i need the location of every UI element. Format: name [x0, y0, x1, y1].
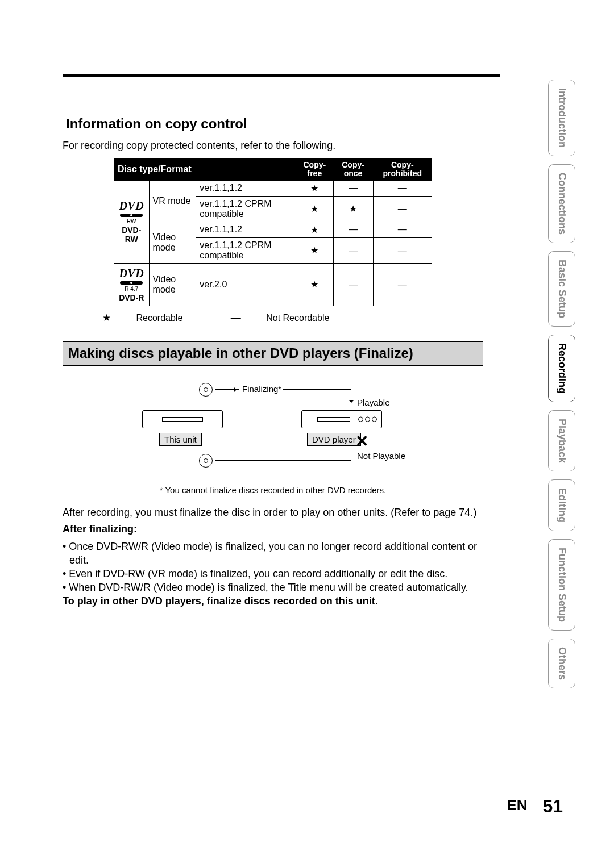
list-item: Once DVD-RW/R (Video mode) is finalized,… [63, 540, 483, 567]
line-icon [351, 434, 351, 460]
cell-once: — [333, 263, 373, 306]
th-copy-free: Copy-free [296, 159, 333, 181]
version-cell: ver.1.1,1.2 CPRM compatible [196, 196, 296, 222]
cell-free: ★ [296, 263, 333, 306]
legend-star-icon: ★ [102, 312, 111, 323]
sidebar: Introduction Connections Basic Setup Rec… [548, 80, 575, 696]
line-icon [283, 389, 351, 390]
cell-proh: — [373, 263, 432, 306]
after-finalizing-list: Once DVD-RW/R (Video mode) is finalized,… [63, 540, 483, 595]
sidebar-label: Editing [556, 488, 568, 523]
sidebar-label: Connections [556, 173, 568, 235]
page: Introduction Connections Basic Setup Rec… [0, 0, 614, 868]
sidebar-label: Others [556, 647, 568, 680]
label-dvd-player: DVD player [307, 433, 361, 446]
legend-recordable: Recordable [136, 313, 182, 323]
this-unit-device-icon [142, 410, 223, 428]
dvd-logo-sub: RW [127, 218, 136, 224]
footer-page-number: 51 [542, 796, 563, 816]
x-icon: ✕ [355, 432, 368, 450]
arrow-icon [215, 389, 239, 390]
th-disc: Disc type/Format [114, 159, 296, 181]
sidebar-tab-connections[interactable]: Connections [548, 164, 575, 243]
footer-lang: EN [507, 796, 527, 813]
line-icon [215, 460, 351, 461]
disc-logo-dvdrw: DVD RW DVD-RW [114, 180, 150, 263]
sidebar-label: Recording [556, 343, 568, 394]
cell-once: — [333, 237, 373, 263]
label-finalizing: Finalizing* [242, 384, 281, 394]
mode-cell: VR mode [149, 180, 196, 222]
mode-cell: Video mode [149, 263, 196, 306]
th-copy-once: Copy-once [333, 159, 373, 181]
label-this-unit: This unit [159, 433, 202, 446]
sidebar-label: Introduction [556, 88, 568, 148]
disc-icon [199, 383, 213, 397]
sidebar-label: Playback [556, 419, 568, 463]
legend-not-recordable: Not Recordable [266, 313, 329, 323]
version-cell: ver.1.1,1.2 CPRM compatible [196, 237, 296, 263]
sidebar-tab-editing[interactable]: Editing [548, 479, 575, 531]
section1-intro: For recording copy protected contents, r… [63, 140, 483, 152]
label-not-playable: Not Playable [357, 451, 405, 461]
dvd-logo-text: DVD [119, 267, 144, 280]
sidebar-label: Basic Setup [556, 260, 568, 318]
mode-cell: Video mode [149, 222, 196, 263]
version-cell: ver.2.0 [196, 263, 296, 306]
dvd-logo-bar-icon [120, 281, 143, 285]
disc-logo-dvdr: DVD R 4.7 DVD-R [114, 263, 150, 306]
page-footer: EN 51 [507, 796, 563, 817]
legend-dash-icon: — [231, 312, 241, 323]
cell-once: — [333, 180, 373, 196]
th-copy-prohibited: Copy-prohibited [373, 159, 432, 181]
section2-para1: After recording, you must finalize the d… [63, 506, 483, 519]
version-cell: ver.1.1,1.2 [196, 180, 296, 196]
diagram-footnote: * You cannot finalize discs recorded in … [63, 485, 483, 495]
bold-note: To play in other DVD players, finalize d… [63, 595, 483, 608]
dvd-logo-name: DVD-R [119, 293, 144, 302]
sidebar-tab-basic-setup[interactable]: Basic Setup [548, 251, 575, 327]
cell-free: ★ [296, 237, 333, 263]
content: Information on copy control For recordin… [63, 68, 483, 608]
version-cell: ver.1.1,1.2 [196, 222, 296, 237]
dvd-logo-text: DVD [119, 199, 144, 212]
table-legend: ★ Recordable — Not Recordable [102, 312, 483, 324]
cell-proh: — [373, 237, 432, 263]
cell-free: ★ [296, 196, 333, 222]
sidebar-label: Function Setup [556, 548, 568, 622]
sidebar-tab-recording[interactable]: Recording [548, 335, 575, 402]
list-item: Even if DVD-RW (VR mode) is finalized, y… [63, 567, 483, 581]
dvd-logo-bar-icon [120, 214, 143, 217]
disc-icon [199, 454, 213, 468]
cell-free: ★ [296, 180, 333, 196]
sidebar-tab-function-setup[interactable]: Function Setup [548, 539, 575, 631]
cell-free: ★ [296, 222, 333, 237]
cell-proh: — [373, 222, 432, 237]
finalize-diagram: Finalizing* Playable This unit DVD playe… [131, 377, 415, 479]
cell-proh: — [373, 180, 432, 196]
dvd-logo-name: DVD-RW [117, 226, 147, 244]
dvd-player-device-icon [301, 410, 382, 428]
arrow-icon [351, 389, 351, 405]
cell-once: — [333, 222, 373, 237]
cell-proh: — [373, 196, 432, 222]
sidebar-tab-others[interactable]: Others [548, 639, 575, 688]
sidebar-tab-introduction[interactable]: Introduction [548, 80, 575, 156]
copy-control-table: Disc type/Format Copy-free Copy-once Cop… [114, 158, 432, 306]
cell-once: ★ [333, 196, 373, 222]
after-finalizing-heading: After finalizing: [63, 523, 483, 536]
label-playable: Playable [357, 398, 390, 407]
section1-title: Information on copy control [63, 114, 483, 134]
section2-title: Making discs playable in other DVD playe… [63, 341, 483, 366]
list-item: When DVD-RW/R (Video mode) is finalized,… [63, 581, 483, 594]
dvd-logo-sub: R 4.7 [125, 286, 138, 292]
sidebar-tab-playback[interactable]: Playback [548, 410, 575, 471]
